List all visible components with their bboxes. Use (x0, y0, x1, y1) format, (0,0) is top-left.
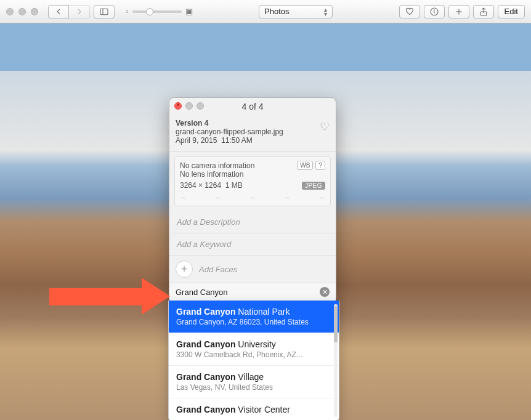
panel-close-dot[interactable] (174, 102, 182, 110)
annotation-arrow (49, 278, 172, 314)
description-field[interactable]: Add a Description (169, 211, 336, 233)
close-window-dot[interactable] (6, 8, 14, 15)
info-panel-title: 4 of 4 (241, 102, 263, 111)
view-selector[interactable]: Photos ▴▾ (259, 5, 333, 18)
location-suggestion-item[interactable]: Grand Canyon Visitor Center (169, 398, 339, 420)
sidebar-icon (99, 7, 109, 17)
location-suggestion-item[interactable]: Grand Canyon National ParkGrand Canyon, … (169, 301, 339, 333)
format-badge: JPEG (302, 182, 325, 190)
zoom-small-icon: ▫ (126, 7, 129, 16)
zoom-slider-thumb[interactable] (146, 8, 153, 15)
share-button[interactable] (473, 5, 494, 18)
info-panel: 4 of 4 ♡ Version 4 grand-canyon-flipped-… (169, 97, 336, 302)
zoom-large-icon: ▣ (185, 7, 193, 16)
view-selector-label: Photos (264, 7, 289, 16)
info-button[interactable] (424, 5, 445, 18)
exif-placeholder-row: ––––– (180, 190, 325, 206)
location-suggestion-item[interactable]: Grand Canyon VillageLas Vegas, NV, Unite… (169, 366, 339, 398)
wb-badge[interactable]: WB (297, 161, 313, 170)
suggestion-secondary: Las Vegas, NV, United States (176, 383, 331, 392)
location-suggestions: Grand Canyon National ParkGrand Canyon, … (168, 301, 339, 420)
help-badge[interactable]: ? (315, 161, 325, 170)
suggestion-secondary: Grand Canyon, AZ 86023, United States (176, 318, 331, 326)
plus-icon (454, 7, 464, 17)
keyword-field[interactable]: Add a Keyword (169, 233, 336, 256)
info-header: ♡ Version 4 grand-canyon-flipped-sample.… (169, 115, 336, 151)
suggestion-secondary: 3300 W Camelback Rd, Phoenix, AZ... (176, 350, 331, 359)
faces-row[interactable]: + Add Faces (169, 256, 336, 283)
camera-info: No camera information (180, 161, 254, 170)
suggestion-primary: Grand Canyon National Park (176, 307, 331, 317)
location-field[interactable]: ✕ Grand Canyon National ParkGrand Canyon… (169, 283, 336, 301)
edit-button-label: Edit (505, 7, 518, 16)
heart-icon (405, 7, 415, 17)
favorite-heart-icon[interactable]: ♡ (320, 120, 330, 134)
datetime-label: April 9, 2015 11:50 AM (176, 136, 330, 145)
edit-button[interactable]: Edit (498, 5, 525, 18)
svg-point-4 (434, 9, 434, 10)
dropdown-scrollbar[interactable] (334, 304, 338, 417)
fullscreen-window-dot[interactable] (31, 8, 38, 15)
svg-rect-0 (100, 9, 108, 14)
toolbar: ▫ ▣ Photos ▴▾ Edit (0, 0, 531, 23)
info-panel-titlebar[interactable]: 4 of 4 (169, 98, 336, 115)
location-suggestion-item[interactable]: Grand Canyon University3300 W Camelback … (169, 333, 339, 366)
suggestion-primary: Grand Canyon University (176, 339, 331, 349)
back-button[interactable] (48, 5, 69, 18)
chevron-right-icon (75, 7, 84, 17)
updown-icon: ▴▾ (324, 7, 327, 16)
panel-traffic-lights (174, 102, 204, 110)
zoom-control: ▫ ▣ (126, 7, 193, 16)
suggestion-primary: Grand Canyon Visitor Center (176, 405, 331, 414)
add-face-button[interactable]: + (176, 260, 193, 278)
faces-label: Add Faces (199, 265, 237, 274)
clear-icon[interactable]: ✕ (320, 287, 330, 297)
share-icon (479, 7, 488, 17)
lens-info: No lens information (180, 170, 325, 179)
dropdown-scroll-thumb[interactable] (334, 305, 338, 342)
minimize-window-dot[interactable] (18, 8, 26, 15)
favorite-button[interactable] (399, 5, 420, 18)
metadata-box: No camera information WB ? No lens infor… (174, 156, 331, 206)
suggestion-primary: Grand Canyon Village (176, 372, 331, 382)
filename-label: grand-canyon-flipped-sample.jpg (176, 127, 330, 136)
location-input[interactable] (176, 288, 320, 297)
dimensions-size: 3264 × 1264 1 MB (180, 181, 243, 190)
add-button[interactable] (448, 5, 469, 18)
forward-button[interactable] (69, 5, 90, 18)
version-label: Version 4 (176, 119, 330, 127)
info-icon (429, 7, 439, 17)
zoom-slider[interactable] (132, 10, 182, 13)
panel-minimize-dot[interactable] (185, 102, 193, 110)
panel-zoom-dot[interactable] (197, 102, 204, 110)
sidebar-toggle-button[interactable] (94, 5, 115, 18)
chevron-left-icon (54, 7, 63, 17)
window-traffic-lights (6, 8, 38, 15)
